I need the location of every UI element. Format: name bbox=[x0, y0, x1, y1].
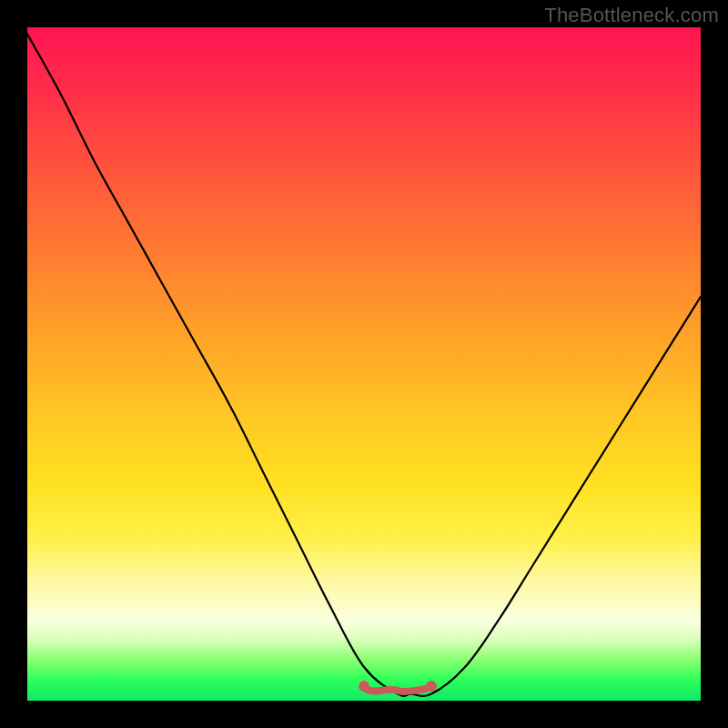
optimal-range-connector bbox=[364, 687, 431, 692]
bottleneck-curve-line bbox=[27, 34, 701, 696]
plot-area bbox=[27, 27, 701, 701]
watermark-text: TheBottleneck.com bbox=[544, 4, 719, 27]
curve-svg bbox=[27, 27, 701, 701]
chart-frame: TheBottleneck.com bbox=[0, 0, 728, 728]
